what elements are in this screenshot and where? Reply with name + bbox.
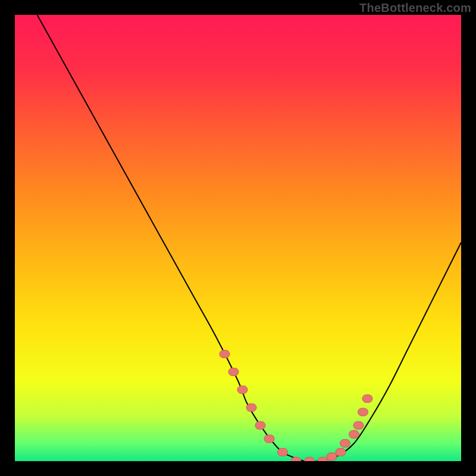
plot-area <box>15 15 461 461</box>
chart-frame: TheBottleneck.com <box>0 0 476 476</box>
highlight-marker <box>349 431 359 439</box>
highlight-marker <box>318 458 328 462</box>
highlight-marker <box>340 440 350 447</box>
watermark-text: TheBottleneck.com <box>359 1 471 15</box>
highlight-marker <box>305 458 315 462</box>
highlight-marker <box>220 350 230 358</box>
highlight-marker <box>353 422 364 430</box>
highlight-marker <box>327 453 337 461</box>
gradient-background <box>15 15 461 461</box>
highlight-marker <box>264 435 274 443</box>
highlight-marker <box>246 404 256 412</box>
highlight-marker <box>255 422 265 430</box>
highlight-marker <box>358 408 368 416</box>
highlight-marker <box>362 395 372 403</box>
bottleneck-chart <box>15 15 461 461</box>
highlight-marker <box>228 368 239 376</box>
highlight-marker <box>278 449 288 456</box>
highlight-marker <box>291 458 301 462</box>
highlight-marker <box>237 386 248 394</box>
highlight-marker <box>336 449 346 456</box>
